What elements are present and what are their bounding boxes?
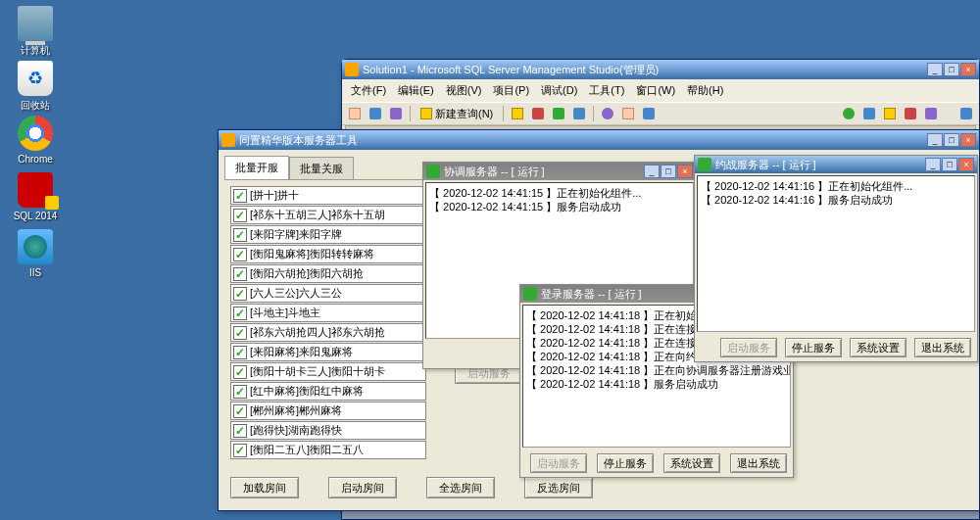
checkbox-icon[interactable]: ✓ bbox=[233, 326, 247, 340]
minimize-button[interactable]: _ bbox=[927, 133, 943, 147]
start-service-button[interactable]: 启动服务 bbox=[530, 453, 587, 473]
room-row[interactable]: ✓[衡阳六胡抢]衡阳六胡抢 bbox=[230, 264, 426, 283]
ssms-title: Solution1 - Microsoft SQL Server Managem… bbox=[363, 63, 659, 77]
checkbox-icon[interactable]: ✓ bbox=[233, 189, 247, 203]
maximize-button[interactable]: □ bbox=[944, 63, 959, 76]
new-query-button[interactable]: 新建查询(N) bbox=[416, 105, 498, 122]
room-row[interactable]: ✓[衡阳十胡卡三人]衡阳十胡卡 bbox=[230, 362, 426, 381]
minimize-button[interactable]: _ bbox=[927, 63, 943, 76]
system-config-button[interactable]: 系统设置 bbox=[850, 338, 906, 357]
room-row[interactable]: ✓[祁东十五胡三人]祁东十五胡 bbox=[230, 206, 426, 224]
menu-view[interactable]: 视图(V) bbox=[441, 81, 487, 100]
maximize-button[interactable]: □ bbox=[661, 165, 676, 178]
toolbar-btn[interactable] bbox=[619, 105, 637, 122]
room-row[interactable]: ✓[来阳字牌]来阳字牌 bbox=[230, 225, 426, 244]
room-name: [衡阳六胡抢]衡阳六胡抢 bbox=[250, 266, 364, 281]
toolbar-btn[interactable] bbox=[570, 105, 588, 122]
close-button[interactable]: × bbox=[960, 133, 976, 147]
room-name: [来阳麻将]来阳鬼麻将 bbox=[250, 345, 353, 359]
desktop-icon-iis[interactable]: IIS bbox=[6, 229, 65, 278]
room-row[interactable]: ✓[跑得快]湖南跑得快 bbox=[230, 421, 426, 440]
toolbar-btn[interactable] bbox=[387, 105, 405, 122]
toolbar-btn[interactable] bbox=[550, 105, 567, 122]
room-row[interactable]: ✓[六人三公]六人三公 bbox=[230, 284, 426, 303]
room-name: [衡阳二五八]衡阳二五八 bbox=[250, 443, 364, 457]
room-name: [六人三公]六人三公 bbox=[250, 286, 342, 301]
server-tool-titlebar[interactable]: 同置精华版本服务器工具 _ □ × bbox=[219, 130, 979, 150]
toolbar-btn[interactable] bbox=[922, 105, 940, 122]
room-row[interactable]: ✓[红中麻将]衡阳红中麻将 bbox=[230, 382, 426, 401]
toolbar-btn[interactable] bbox=[367, 105, 384, 122]
menu-debug[interactable]: 调试(D) bbox=[536, 81, 582, 100]
room-row[interactable]: ✓[衡阳鬼麻将]衡阳转转麻将 bbox=[230, 245, 426, 263]
checkbox-icon[interactable]: ✓ bbox=[233, 365, 247, 379]
menu-window[interactable]: 窗口(W) bbox=[631, 81, 680, 100]
battle-log: 【 2020-12-02 14:41:16 】正在初始化组件...【 2020-… bbox=[697, 175, 975, 332]
close-button[interactable]: × bbox=[958, 158, 974, 171]
menu-file[interactable]: 文件(F) bbox=[346, 81, 391, 100]
menu-help[interactable]: 帮助(H) bbox=[682, 81, 728, 100]
room-name: [衡阳十胡卡三人]衡阳十胡卡 bbox=[250, 364, 385, 379]
start-rooms-button[interactable]: 启动房间 bbox=[328, 477, 397, 498]
checkbox-icon[interactable]: ✓ bbox=[233, 228, 247, 242]
room-name: [红中麻将]衡阳红中麻将 bbox=[250, 384, 364, 399]
checkbox-icon[interactable]: ✓ bbox=[233, 307, 247, 320]
checkbox-icon[interactable]: ✓ bbox=[233, 444, 247, 457]
toolbar-btn[interactable] bbox=[881, 105, 899, 122]
tab-batch-close[interactable]: 批量关服 bbox=[289, 157, 354, 180]
ssms-titlebar[interactable]: Solution1 - Microsoft SQL Server Managem… bbox=[342, 60, 979, 79]
checkbox-icon[interactable]: ✓ bbox=[233, 267, 247, 281]
room-row[interactable]: ✓[拼十]拼十 bbox=[230, 186, 426, 205]
toolbar-btn[interactable] bbox=[640, 105, 658, 122]
checkbox-icon[interactable]: ✓ bbox=[233, 248, 247, 261]
battle-titlebar[interactable]: 约战服务器 -- [ 运行 ] _□× bbox=[695, 156, 977, 173]
checkbox-icon[interactable]: ✓ bbox=[233, 346, 247, 359]
system-config-button[interactable]: 系统设置 bbox=[663, 453, 720, 473]
toolbar-btn[interactable] bbox=[346, 105, 364, 122]
desktop-icon-computer[interactable]: 计算机 bbox=[6, 6, 65, 58]
maximize-button[interactable]: □ bbox=[942, 158, 957, 171]
room-row[interactable]: ✓[衡阳二五八]衡阳二五八 bbox=[230, 441, 426, 459]
desktop-icon-sql[interactable]: SQL 2014 bbox=[6, 172, 65, 221]
start-service-button[interactable]: 启动服务 bbox=[720, 338, 777, 357]
checkbox-icon[interactable]: ✓ bbox=[233, 424, 247, 438]
desktop-icon-recycle[interactable]: 回收站 bbox=[6, 61, 65, 113]
room-name: [郴州麻将]郴州麻将 bbox=[250, 403, 342, 418]
desktop-icon-chrome[interactable]: Chrome bbox=[6, 116, 65, 165]
menu-tools[interactable]: 工具(T) bbox=[584, 81, 629, 100]
checkbox-icon[interactable]: ✓ bbox=[233, 287, 247, 301]
room-list: ✓[拼十]拼十✓[祁东十五胡三人]祁东十五胡✓[来阳字牌]来阳字牌✓[衡阳鬼麻将… bbox=[230, 186, 426, 459]
menu-edit[interactable]: 编辑(E) bbox=[393, 81, 439, 100]
room-row[interactable]: ✓[斗地主]斗地主 bbox=[230, 304, 426, 322]
menu-project[interactable]: 项目(P) bbox=[488, 81, 534, 100]
room-row[interactable]: ✓[祁东六胡抢四人]祁东六胡抢 bbox=[230, 323, 426, 342]
exit-system-button[interactable]: 退出系统 bbox=[730, 453, 787, 473]
stop-service-button[interactable]: 停止服务 bbox=[597, 453, 654, 473]
invert-select-button[interactable]: 反选房间 bbox=[524, 477, 593, 498]
minimize-button[interactable]: _ bbox=[925, 158, 941, 171]
tab-batch-open[interactable]: 批量开服 bbox=[224, 156, 289, 179]
toolbar-btn[interactable] bbox=[860, 105, 878, 122]
close-button[interactable]: × bbox=[677, 165, 693, 178]
stop-service-button[interactable]: 停止服务 bbox=[785, 338, 842, 357]
server-icon bbox=[523, 287, 537, 301]
toolbar-btn[interactable] bbox=[509, 105, 526, 122]
ssms-app-icon bbox=[345, 63, 359, 76]
toolbar-btn[interactable] bbox=[599, 105, 616, 122]
toolbar-btn[interactable] bbox=[957, 105, 975, 122]
select-all-button[interactable]: 全选房间 bbox=[426, 477, 495, 498]
checkbox-icon[interactable]: ✓ bbox=[233, 385, 247, 399]
toolbar-btn[interactable] bbox=[840, 105, 858, 122]
room-row[interactable]: ✓[郴州麻将]郴州麻将 bbox=[230, 402, 426, 420]
room-row[interactable]: ✓[来阳麻将]来阳鬼麻将 bbox=[230, 343, 426, 361]
minimize-button[interactable]: _ bbox=[644, 165, 660, 178]
close-button[interactable]: × bbox=[960, 63, 976, 76]
toolbar-btn[interactable] bbox=[529, 105, 547, 122]
maximize-button[interactable]: □ bbox=[944, 133, 959, 147]
exit-system-button[interactable]: 退出系统 bbox=[914, 338, 971, 357]
checkbox-icon[interactable]: ✓ bbox=[233, 404, 247, 418]
coord-titlebar[interactable]: 协调服务器 -- [ 运行 ] _□× bbox=[423, 163, 696, 180]
load-rooms-button[interactable]: 加载房间 bbox=[230, 477, 299, 498]
checkbox-icon[interactable]: ✓ bbox=[233, 209, 247, 222]
toolbar-btn[interactable] bbox=[902, 105, 919, 122]
